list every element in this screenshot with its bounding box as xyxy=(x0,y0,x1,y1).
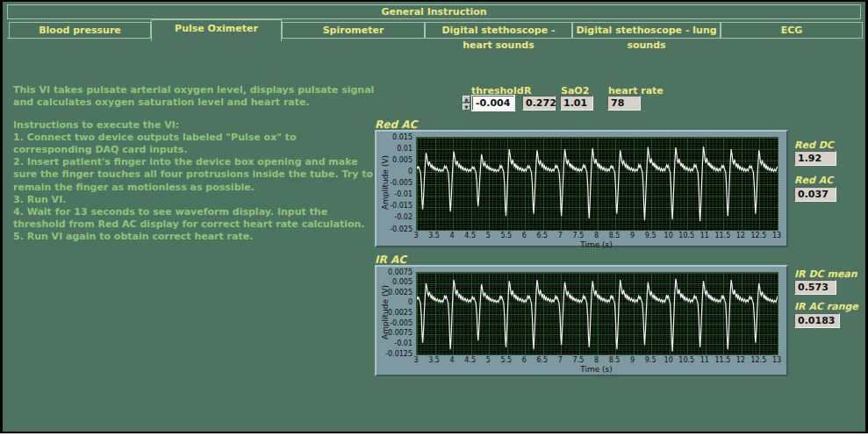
tab-stethoscope-lung[interactable]: Digital stethoscope - lung sounds xyxy=(572,22,721,39)
plot-area xyxy=(416,137,778,231)
sao2-indicator: 1.01 xyxy=(560,96,593,111)
red-ac-chart-title: Red AC xyxy=(375,118,788,130)
threshold-input[interactable]: -0.004 xyxy=(472,96,514,111)
ir-ac-range-label: IR AC range xyxy=(794,301,858,312)
threshold-increment-button[interactable]: ▲ xyxy=(463,96,470,103)
tab-spirometer[interactable]: Spirometer xyxy=(282,22,425,39)
instructions-heading: Instructions to execute the VI: xyxy=(13,119,375,132)
x-axis-tick-label: 13 xyxy=(764,356,790,364)
red-ac-chart-block: Red AC 0.0150.010.0050-0.005-0.01-0.015-… xyxy=(375,118,788,247)
ir-ac-graph: 0.00750.0050.00250-0.0025-0.005-0.0075-0… xyxy=(375,265,788,376)
x-axis-label: Time (s) xyxy=(416,365,777,374)
x-axis-tick-label: 13 xyxy=(764,232,790,239)
ir-ac-chart-block: IR AC 0.00750.0050.00250-0.0025-0.005-0.… xyxy=(375,254,788,376)
instruction-step: 5. Run VI again to obtain correct heart … xyxy=(13,231,375,243)
tab-pulse-oximeter[interactable]: Pulse Oximeter xyxy=(151,19,282,41)
ir-dc-mean-label: IR DC mean xyxy=(794,268,857,280)
y-axis-label: Amplitude (V) xyxy=(381,139,390,226)
tab-blood-pressure[interactable]: Blood pressure xyxy=(9,22,151,39)
red-ac-graph: 0.0150.010.0050-0.005-0.01-0.015-0.02-0.… xyxy=(375,130,788,247)
ir-ac-range-indicator: 0.0183 xyxy=(794,313,840,328)
screenshot-root: General Instruction Blood pressure Pulse… xyxy=(0,0,868,436)
red-ac-range-indicator: 0.037 xyxy=(794,187,836,202)
ir-ac-chart-title: IR AC xyxy=(375,254,788,265)
r-indicator: 0.272 xyxy=(522,96,556,111)
labview-front-panel: General Instruction Blood pressure Pulse… xyxy=(0,0,868,433)
instructions-text: This VI takes pulsate arterial oxygen le… xyxy=(13,84,375,243)
tab-ecg[interactable]: ECG xyxy=(721,22,863,39)
ir-dc-mean-indicator: 0.573 xyxy=(794,280,836,295)
instruction-step: 3. Run VI. xyxy=(13,194,375,206)
instructions-intro: This VI takes pulsate arterial oxygen le… xyxy=(13,84,375,109)
tab-stethoscope-heart[interactable]: Digital stethoscope - heart sounds xyxy=(425,22,572,39)
instruction-step: 4. Wait for 13 seconds to see waveform d… xyxy=(13,206,375,231)
tab-row: Blood pressure Pulse Oximeter Spirometer… xyxy=(7,19,861,39)
heart-rate-indicator: 78 xyxy=(607,96,641,111)
plot-area xyxy=(416,272,778,355)
instruction-step: 2. Insert patient's finger into the devi… xyxy=(13,156,375,193)
x-axis-label: Time (s) xyxy=(416,240,777,249)
y-axis-label: Amplitude (V) xyxy=(381,268,390,356)
general-instruction-header[interactable]: General Instruction xyxy=(7,4,861,19)
red-dc-mean-indicator: 1.92 xyxy=(794,151,836,166)
threshold-decrement-button[interactable]: ▼ xyxy=(463,104,470,111)
threshold-spinner: ▲ ▼ xyxy=(463,96,470,111)
instruction-step: 1. Connect two device outputs labeled "P… xyxy=(13,132,375,156)
general-instruction-label: General Instruction xyxy=(381,6,486,18)
